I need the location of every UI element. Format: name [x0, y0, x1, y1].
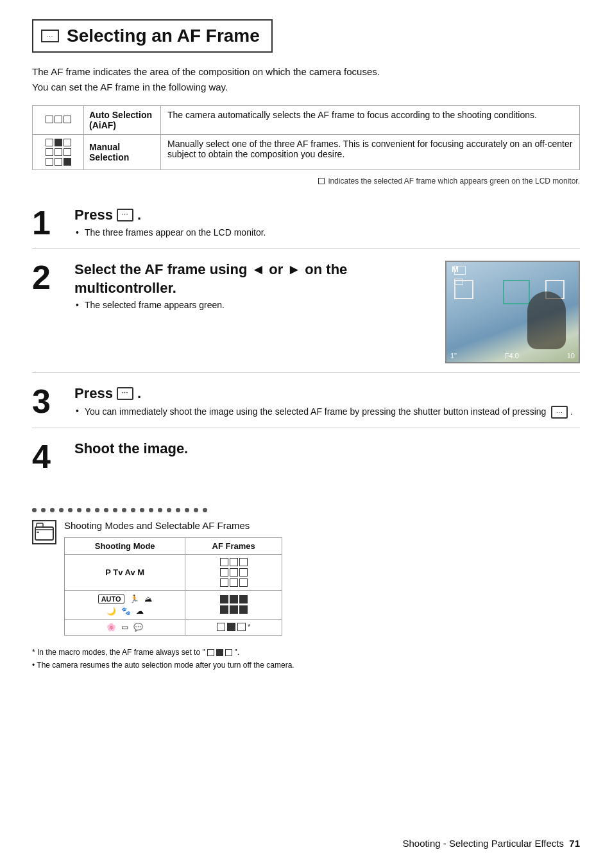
- flower-icon: 🌸: [106, 623, 116, 632]
- frame-grid: [220, 578, 248, 587]
- sq: [46, 158, 53, 166]
- modes-table: Shooting Mode AF Frames P Tv Av M: [64, 537, 282, 636]
- sq: [46, 116, 53, 123]
- auto-modes-icons2: 🌙 🐾 ☁: [71, 607, 178, 616]
- dot: [194, 508, 198, 512]
- manual-squares-row3: [46, 158, 71, 166]
- dot: [176, 508, 180, 512]
- note-box: Shooting Modes and Selectable AF Frames …: [32, 520, 580, 636]
- af-selection-table: Auto Selection (AiAF) The camera automat…: [32, 105, 580, 170]
- step-2-content: Select the AF frame using ◄ or ► on the …: [74, 261, 580, 363]
- step-number-1: 1: [32, 206, 64, 239]
- sq: [55, 116, 62, 123]
- sq: [55, 139, 62, 146]
- sq: [64, 116, 71, 123]
- kids-icon: 🐾: [121, 607, 131, 616]
- page-header: ··· Selecting an AF Frame: [32, 19, 273, 53]
- steps-container: 1 Press ··· . The three frames appear on…: [32, 195, 580, 482]
- camera-icon-svg: [34, 522, 55, 542]
- sq: [64, 148, 71, 156]
- footnote-2: • The camera resumes the auto selection …: [32, 659, 580, 672]
- frames-ptvam: [185, 554, 282, 590]
- mode-auto: AUTO 🏃 ⛰ 🌙 🐾 ☁: [65, 590, 185, 619]
- manual-selection-desc: Manually select one of the three AF fram…: [161, 135, 580, 170]
- table-row-ptvam: P Tv Av M: [65, 554, 282, 590]
- frames-macro: *: [185, 619, 282, 635]
- subject-silhouette: [527, 291, 566, 349]
- table-row-auto-modes: AUTO 🏃 ⛰ 🌙 🐾 ☁: [65, 590, 282, 619]
- speech-icon: 💬: [133, 623, 143, 632]
- auto-selection-icon-cell: [33, 106, 84, 135]
- frame-grid: [220, 568, 248, 577]
- sq: [64, 139, 71, 146]
- landscape-icon: ⛰: [144, 595, 152, 603]
- dots-line: [32, 508, 580, 512]
- step-4-content: Shoot the image.: [74, 440, 580, 461]
- macro-mode-icons: 🌸 ▭ 💬: [71, 623, 178, 632]
- sq: [46, 148, 53, 156]
- step-number-3: 3: [32, 385, 64, 418]
- table-row-auto: Auto Selection (AiAF) The camera automat…: [33, 106, 580, 135]
- table-row-macro: 🌸 ▭ 💬 *: [65, 619, 282, 635]
- square-icon: ▭: [121, 623, 128, 632]
- dot: [122, 508, 126, 512]
- step-3-content: Press ··· . You can immediately shoot th…: [74, 385, 580, 419]
- frame-grid-filled2: [220, 605, 248, 614]
- frames-col-header: AF Frames: [185, 537, 282, 554]
- dot: [77, 508, 81, 512]
- manual-squares-row2: [46, 148, 71, 156]
- intro-paragraph: The AF frame indicates the area of the c…: [32, 64, 580, 95]
- dot: [104, 508, 108, 512]
- step-2-with-img: Select the AF frame using ◄ or ► on the …: [74, 261, 580, 363]
- step-3-heading: Press ··· .: [74, 385, 580, 403]
- auto-selection-desc: The camera automatically selects the AF …: [161, 106, 580, 135]
- manual-selection-icon-cell: [33, 135, 84, 170]
- dot: [149, 508, 153, 512]
- fn-sq3: [225, 649, 232, 656]
- svg-rect-0: [35, 527, 53, 540]
- manual-squares-row1: [46, 139, 71, 146]
- step-3-sub-icon: ···: [551, 406, 568, 419]
- note-square: [318, 178, 325, 184]
- portrait-icon: 🏃: [130, 595, 139, 603]
- lcd-overlay: M 1" F4.0 10: [446, 262, 579, 362]
- dots-section: Shooting Modes and Selectable AF Frames …: [32, 508, 580, 672]
- fn-sq1: [207, 649, 214, 656]
- auto-modes-icons: AUTO 🏃 ⛰: [71, 594, 178, 604]
- step-2-heading: Select the AF frame using ◄ or ► on the …: [74, 261, 435, 297]
- lcd-preview: M 1" F4.0 10: [445, 261, 580, 363]
- mode-ptvam: P Tv Av M: [65, 554, 185, 590]
- note-box-icon: [32, 520, 56, 544]
- step-1-sub: The three frames appear on the LCD monit…: [74, 227, 580, 238]
- step-4: 4 Shoot the image.: [32, 428, 580, 482]
- note-text: Shooting Modes and Selectable AF Frames …: [64, 520, 282, 636]
- custom-icon: ☁: [136, 607, 144, 616]
- lcd-info-bar: 1" F4.0 10: [450, 352, 575, 360]
- auto-selection-label: Auto Selection (AiAF): [84, 106, 161, 135]
- dot: [41, 508, 46, 512]
- step-4-heading: Shoot the image.: [74, 440, 580, 458]
- dot: [140, 508, 144, 512]
- dot: [167, 508, 171, 512]
- step-1: 1 Press ··· . The three frames appear on…: [32, 195, 580, 249]
- modes-table-header: Shooting Mode AF Frames: [65, 537, 282, 554]
- dot: [59, 508, 64, 512]
- auto-selection-squares: [46, 116, 71, 123]
- dot: [185, 508, 189, 512]
- step-2: 2 Select the AF frame using ◄ or ► on th…: [32, 249, 580, 373]
- step-3-sub: You can immediately shoot the image usin…: [74, 406, 580, 419]
- step-2-sub: The selected frame appears green.: [74, 300, 435, 310]
- dot: [50, 508, 55, 512]
- step-1-button-icon: ···: [117, 209, 133, 221]
- frame-grid: [220, 558, 248, 566]
- dot: [95, 508, 99, 512]
- footnote-1: * In the macro modes, the AF frame alway…: [32, 646, 580, 659]
- mode-col-header: Shooting Mode: [65, 537, 185, 554]
- dot: [158, 508, 162, 512]
- dot: [32, 508, 37, 512]
- dot: [203, 508, 207, 512]
- auto-badge: AUTO: [98, 594, 124, 604]
- step-1-content: Press ··· . The three frames appear on t…: [74, 206, 580, 238]
- dot: [86, 508, 90, 512]
- sq: [55, 158, 62, 166]
